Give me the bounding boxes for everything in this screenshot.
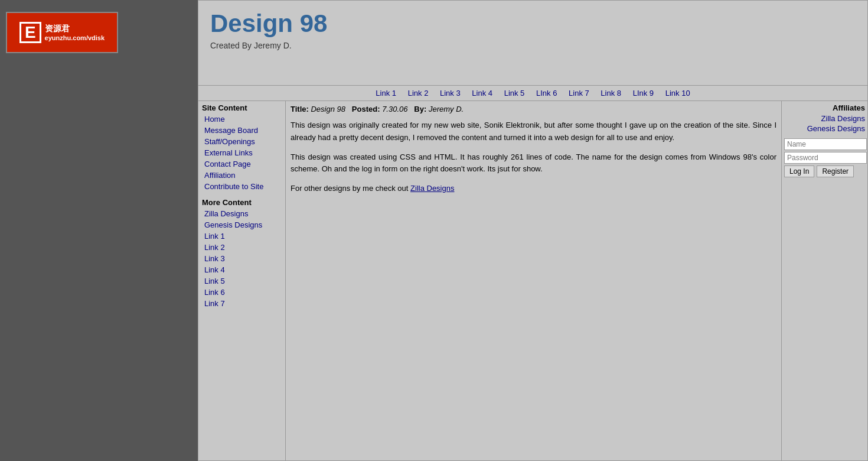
- by-value: Jeremy D.: [429, 105, 464, 113]
- posted-label: Posted:: [352, 105, 380, 113]
- nav-link-5[interactable]: Link 5: [504, 89, 525, 98]
- sidebar: Site Content Home Message Board Staff/Op…: [198, 101, 286, 460]
- sidebar-item-contact-page[interactable]: Contact Page: [200, 158, 284, 170]
- page-subtitle: Created By Jeremy D.: [210, 41, 856, 50]
- sidebar-item-more-link-7[interactable]: Link 7: [200, 298, 284, 309]
- post-title-bar: Title: Design 98 Posted: 7.30.06 By: Jer…: [291, 103, 776, 115]
- nav-link-1[interactable]: Link 1: [376, 89, 396, 98]
- sidebar-item-staff-openings[interactable]: Staff/Openings: [200, 136, 284, 147]
- logo-url: eyunzhu.com/vdisk: [45, 34, 105, 41]
- post-p3-prefix: For other designs by me check out: [291, 184, 410, 193]
- post-body: This design was originally created for m…: [291, 119, 776, 195]
- title-label: Title:: [291, 105, 309, 113]
- name-input[interactable]: [784, 138, 867, 150]
- sidebar-item-affiliation[interactable]: Affiliation: [200, 170, 284, 181]
- by-label: By:: [414, 105, 426, 113]
- header-section: Design 98 Created By Jeremy D.: [198, 0, 868, 86]
- sidebar-item-more-link-2[interactable]: Link 2: [200, 242, 284, 253]
- post-paragraph-1: This design was originally created for m…: [291, 119, 776, 144]
- nav-link-2[interactable]: Link 2: [408, 89, 429, 98]
- nav-link-8[interactable]: Link 8: [601, 89, 621, 98]
- post-p3-link[interactable]: Zilla Designs: [410, 184, 454, 193]
- page-title: Design 98: [210, 9, 856, 38]
- nav-link-4[interactable]: Link 4: [472, 89, 492, 98]
- nav-link-9[interactable]: LInk 9: [633, 89, 654, 98]
- title-value: Design 98: [311, 105, 345, 113]
- nav-bar: Link 1 Link 2 Link 3 Link 4 Link 5 LInk …: [198, 86, 868, 101]
- sidebar-item-zilla[interactable]: Zilla Designs: [200, 208, 284, 219]
- main-content: Design 98 Created By Jeremy D. Link 1 Li…: [198, 0, 868, 461]
- sidebar-item-more-link-4[interactable]: Link 4: [200, 264, 284, 275]
- register-button[interactable]: Register: [817, 165, 854, 177]
- sidebar-section2-header: More Content: [200, 197, 284, 208]
- affiliate-genesis[interactable]: Genesis Designs: [784, 124, 865, 134]
- content-area: Site Content Home Message Board Staff/Op…: [198, 101, 868, 461]
- login-box: Log In Register: [784, 138, 865, 177]
- sidebar-item-more-link-1[interactable]: Link 1: [200, 230, 284, 242]
- sidebar-item-message-board[interactable]: Message Board: [200, 125, 284, 136]
- login-button[interactable]: Log In: [784, 165, 814, 177]
- sidebar-section1-header: Site Content: [200, 102, 284, 113]
- post-paragraph-3: For other designs by me check out Zilla …: [291, 183, 776, 195]
- nav-link-7[interactable]: Link 7: [569, 89, 589, 98]
- sidebar-item-home[interactable]: Home: [200, 113, 284, 125]
- affiliates-header: Affiliates: [784, 102, 865, 113]
- sidebar-item-external-links[interactable]: External Links: [200, 147, 284, 158]
- nav-link-3[interactable]: Link 3: [440, 89, 461, 98]
- nav-link-6[interactable]: LInk 6: [536, 89, 557, 98]
- sidebar-item-genesis[interactable]: Genesis Designs: [200, 219, 284, 230]
- sidebar-item-more-link-3[interactable]: Link 3: [200, 253, 284, 264]
- logo-chinese: 资源君: [45, 24, 105, 34]
- password-input[interactable]: [784, 152, 867, 164]
- nav-link-10[interactable]: Link 10: [665, 89, 690, 98]
- posted-value: 7.30.06: [382, 105, 407, 113]
- logo-e-letter: E: [19, 22, 41, 44]
- sidebar-item-contribute[interactable]: Contribute to Site: [200, 181, 284, 192]
- sidebar-item-more-link-6[interactable]: Link 6: [200, 287, 284, 298]
- left-banner: E 资源君 eyunzhu.com/vdisk: [0, 0, 198, 461]
- post-paragraph-2: This design was created using CSS and HT…: [291, 151, 776, 176]
- right-sidebar: Affiliates Zilla Designs Genesis Designs…: [782, 101, 867, 460]
- main-panel: Title: Design 98 Posted: 7.30.06 By: Jer…: [286, 101, 782, 460]
- affiliate-zilla[interactable]: Zilla Designs: [784, 113, 865, 124]
- sidebar-item-more-link-5[interactable]: Link 5: [200, 275, 284, 287]
- logo: E 资源君 eyunzhu.com/vdisk: [6, 12, 118, 53]
